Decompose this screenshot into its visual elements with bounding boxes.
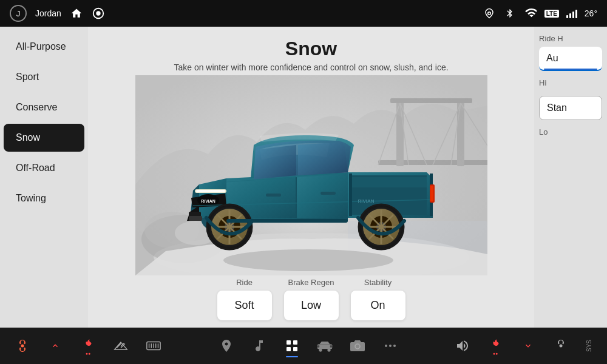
sidebar-item-conserve[interactable]: Conserve	[4, 93, 84, 121]
ride-height-auto-label: Au	[546, 53, 595, 64]
sidebar: All-Purpose Sport Conserve Snow Off-Road…	[0, 27, 88, 328]
ride-height-standard[interactable]: Stan	[539, 96, 602, 120]
svg-rect-50	[349, 174, 352, 216]
svg-point-55	[21, 345, 24, 348]
navigation-icon[interactable]	[211, 331, 242, 361]
truck-illustration: RIVIAN	[166, 99, 457, 257]
svg-point-77	[389, 345, 392, 347]
stability-label: Stability	[364, 278, 392, 287]
top-bar-left: J Jordan	[10, 5, 105, 22]
climate-right-icon[interactable]	[546, 331, 576, 361]
svg-rect-49	[226, 219, 348, 223]
ride-height-auto[interactable]: Au	[539, 47, 602, 71]
chevron-up-icon[interactable]	[40, 331, 70, 361]
user-name: Jordan	[35, 8, 61, 18]
bottom-bar-right: ●● SYS	[447, 331, 600, 361]
sidebar-item-sport[interactable]: Sport	[4, 63, 84, 91]
camera-icon[interactable]	[342, 331, 373, 361]
mode-title: Snow	[285, 38, 337, 60]
main-area: All-Purpose Sport Conserve Snow Off-Road…	[0, 27, 607, 328]
bottom-bar: ●●	[0, 328, 607, 364]
lte-badge: LTE	[544, 10, 559, 18]
top-bar: J Jordan LTE 26°	[0, 0, 607, 27]
sidebar-item-towing[interactable]: Towing	[4, 184, 84, 212]
seat-heat-right-icon[interactable]: ●●	[480, 331, 510, 361]
bottom-bar-center	[211, 331, 405, 361]
svg-rect-28	[266, 194, 281, 197]
ride-height-low-section: Lo	[539, 127, 602, 138]
svg-text:RIVIAN: RIVIAN	[201, 199, 215, 203]
wifi-icon	[524, 7, 537, 20]
svg-rect-69	[293, 347, 297, 351]
ride-height-section: Ride H Au	[539, 34, 602, 71]
more-menu-icon[interactable]	[375, 331, 405, 361]
brake-regen-label: Brake Regen	[288, 278, 334, 287]
chevron-down-icon[interactable]	[513, 331, 543, 361]
stability-control-group: Stability On	[351, 278, 405, 320]
right-panel: Ride H Au Hi Stan Lo	[534, 27, 607, 328]
alexa-icon[interactable]	[92, 7, 105, 20]
top-bar-right: LTE 26°	[483, 7, 597, 20]
home-icon[interactable]	[70, 7, 83, 20]
location-icon	[483, 7, 496, 20]
sidebar-item-all-purpose[interactable]: All-Purpose	[4, 33, 84, 61]
ride-height-high-section: Hi	[539, 78, 602, 89]
svg-rect-54	[189, 216, 202, 221]
svg-rect-70	[317, 344, 332, 349]
truck-area: RIVIAN	[88, 72, 534, 278]
seat-heat-left-icon[interactable]: ●●	[73, 331, 103, 361]
svg-rect-73	[317, 345, 319, 348]
svg-rect-66	[287, 340, 291, 345]
svg-rect-53	[430, 186, 433, 201]
svg-point-71	[319, 348, 322, 351]
volume-icon[interactable]	[447, 331, 478, 361]
brake-regen-button[interactable]: Low	[284, 291, 339, 320]
climate-icon[interactable]	[7, 331, 38, 361]
ride-height-standard-section: Stan	[539, 96, 602, 120]
ride-height-low-title: Lo	[539, 127, 602, 136]
ride-label: Ride	[236, 278, 253, 287]
sidebar-item-snow[interactable]: Snow	[4, 124, 84, 152]
ride-button[interactable]: Soft	[217, 291, 272, 320]
svg-point-76	[385, 345, 387, 347]
app-grid-icon[interactable]	[277, 331, 307, 361]
temperature: 26°	[585, 8, 597, 18]
ride-height-standard-label: Stan	[547, 103, 594, 113]
mode-description: Take on winter with more confidence and …	[174, 62, 448, 72]
bottom-controls: Ride Soft Brake Regen Low Stability On	[217, 278, 405, 320]
svg-rect-67	[293, 340, 297, 345]
brake-regen-control-group: Brake Regen Low	[284, 278, 339, 320]
svg-point-1	[96, 11, 100, 15]
svg-point-2	[487, 12, 490, 15]
svg-rect-68	[287, 347, 291, 351]
svg-rect-29	[320, 192, 336, 195]
sys-label: SYS	[578, 331, 600, 361]
bluetooth-icon	[503, 7, 517, 20]
svg-point-72	[327, 348, 330, 351]
sidebar-item-off-road[interactable]: Off-Road	[4, 154, 84, 182]
svg-point-78	[393, 345, 396, 347]
music-icon[interactable]	[244, 331, 274, 361]
ride-control-group: Ride Soft	[217, 278, 272, 320]
defrost-windshield-icon[interactable]	[106, 331, 136, 361]
svg-rect-23	[196, 190, 225, 192]
ride-height-high-title: Hi	[539, 78, 602, 87]
bottom-bar-left: ●●	[7, 331, 169, 361]
center-content: Snow Take on winter with more confidence…	[88, 27, 534, 328]
defrost-rear-icon[interactable]	[138, 331, 169, 361]
ride-height-title: Ride H	[539, 34, 602, 43]
svg-rect-74	[330, 345, 332, 348]
car-icon[interactable]	[310, 331, 340, 361]
svg-point-79	[560, 345, 563, 348]
user-avatar: J	[10, 5, 27, 22]
truck-scene: RIVIAN	[135, 75, 487, 275]
signal-bars	[566, 8, 577, 18]
stability-button[interactable]: On	[351, 291, 405, 320]
